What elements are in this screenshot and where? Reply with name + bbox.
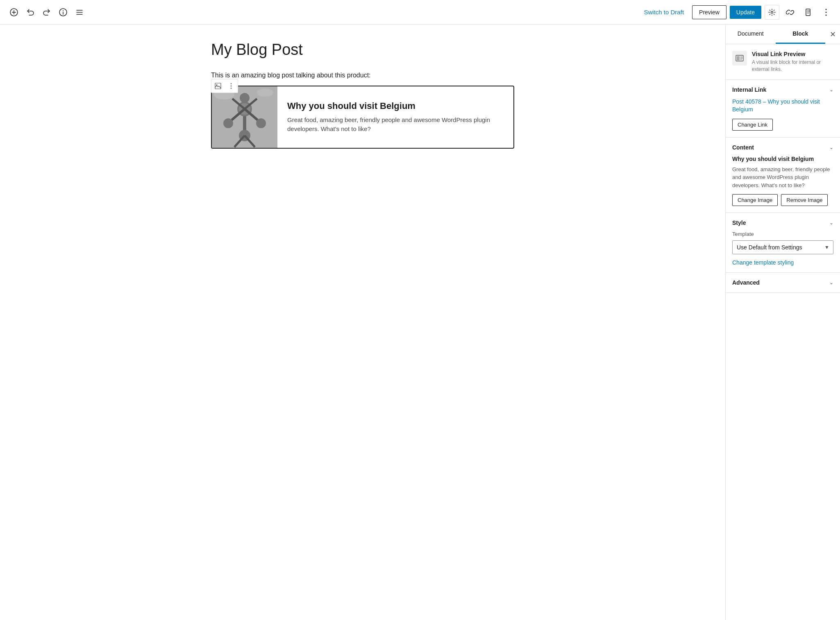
preview-button[interactable]: Preview xyxy=(692,5,726,19)
document-button[interactable] xyxy=(801,5,815,20)
content-buttons: Change Image Remove Image xyxy=(732,194,833,206)
list-view-button[interactable] xyxy=(72,5,87,20)
svg-point-19 xyxy=(231,83,232,84)
link-button[interactable] xyxy=(783,5,797,20)
block-name: Visual Link Preview xyxy=(752,51,833,57)
template-select[interactable]: Use Default from SettingsCardListMinimal xyxy=(732,240,833,254)
add-block-button[interactable] xyxy=(7,5,21,20)
svg-point-5 xyxy=(63,10,64,11)
block-description: A visual link block for internal or exte… xyxy=(752,59,833,73)
content-chevron: ⌄ xyxy=(829,145,833,150)
tab-document[interactable]: Document xyxy=(726,25,776,44)
svg-point-27 xyxy=(240,93,250,103)
link-preview-image xyxy=(212,86,277,148)
block-more-options[interactable] xyxy=(225,79,238,93)
change-image-button[interactable]: Change Image xyxy=(732,194,778,206)
template-label: Template xyxy=(732,231,833,237)
toolbar: Switch to Draft Preview Update xyxy=(0,0,840,25)
info-button[interactable] xyxy=(56,5,70,20)
intro-text: This is an amazing blog post talking abo… xyxy=(211,72,514,79)
svg-rect-10 xyxy=(806,9,810,16)
svg-rect-40 xyxy=(737,56,740,60)
internal-link-title: Internal Link xyxy=(732,86,766,93)
internal-link-value[interactable]: Post 40578 – Why you should visit Belgiu… xyxy=(732,98,833,114)
svg-point-20 xyxy=(231,86,232,87)
sidebar: Document Block ✕ Visual Link Preview A v… xyxy=(725,25,840,620)
editor-area: My Blog Post This is an amazing blog pos… xyxy=(0,25,725,620)
content-preview-desc: Great food, amazing beer, friendly peopl… xyxy=(732,165,833,190)
block-wrapper: Why you should visit Belgium Great food,… xyxy=(211,86,514,149)
style-header[interactable]: Style ⌄ xyxy=(732,219,833,226)
block-image-icon[interactable] xyxy=(211,79,225,93)
style-chevron: ⌄ xyxy=(829,220,833,226)
editor-inner: My Blog Post This is an amazing blog pos… xyxy=(211,41,514,155)
internal-link-header[interactable]: Internal Link ⌄ xyxy=(732,86,833,93)
advanced-header[interactable]: Advanced ⌄ xyxy=(732,279,833,286)
update-button[interactable]: Update xyxy=(730,6,761,19)
svg-point-38 xyxy=(257,88,273,97)
content-preview-title: Why you should visit Belgium xyxy=(732,156,833,162)
link-preview-card[interactable]: Why you should visit Belgium Great food,… xyxy=(211,86,514,149)
main-layout: My Blog Post This is an amazing blog pos… xyxy=(0,25,840,620)
internal-link-chevron: ⌄ xyxy=(829,87,833,93)
link-preview-content: Why you should visit Belgium Great food,… xyxy=(277,86,513,148)
svg-point-15 xyxy=(826,11,827,13)
style-section: Style ⌄ Template Use Default from Settin… xyxy=(726,213,840,273)
undo-button[interactable] xyxy=(23,5,38,20)
sidebar-block-header: Visual Link Preview A visual link block … xyxy=(726,44,840,80)
style-title: Style xyxy=(732,219,746,226)
more-options-button[interactable] xyxy=(819,5,833,20)
sidebar-tabs: Document Block ✕ xyxy=(726,25,840,44)
content-title-label: Content xyxy=(732,144,754,151)
tab-block[interactable]: Block xyxy=(776,25,826,44)
svg-rect-17 xyxy=(215,83,221,89)
svg-point-31 xyxy=(223,118,233,128)
change-template-link[interactable]: Change template styling xyxy=(732,259,833,266)
block-toolbar xyxy=(211,79,238,93)
settings-button[interactable] xyxy=(765,5,779,20)
post-title[interactable]: My Blog Post xyxy=(211,41,514,59)
switch-to-draft-button[interactable]: Switch to Draft xyxy=(639,5,689,19)
block-info: Visual Link Preview A visual link block … xyxy=(752,51,833,73)
svg-point-32 xyxy=(256,118,266,128)
content-header[interactable]: Content ⌄ xyxy=(732,144,833,151)
close-sidebar-button[interactable]: ✕ xyxy=(825,27,840,42)
redo-button[interactable] xyxy=(39,5,54,20)
svg-point-9 xyxy=(771,11,773,13)
advanced-title: Advanced xyxy=(732,279,760,286)
block-type-icon xyxy=(732,51,747,66)
template-select-wrapper: Use Default from SettingsCardListMinimal… xyxy=(732,240,833,254)
internal-link-section: Internal Link ⌄ Post 40578 – Why you sho… xyxy=(726,80,840,138)
link-preview-description: Great food, amazing beer, friendly peopl… xyxy=(287,115,504,134)
content-section: Content ⌄ Why you should visit Belgium G… xyxy=(726,138,840,213)
toolbar-right: Switch to Draft Preview Update xyxy=(639,5,833,20)
toolbar-left xyxy=(7,5,639,20)
advanced-chevron: ⌄ xyxy=(829,280,833,285)
svg-point-14 xyxy=(826,9,827,10)
svg-point-21 xyxy=(231,88,232,89)
remove-image-button[interactable]: Remove Image xyxy=(781,194,828,206)
svg-point-16 xyxy=(826,14,827,16)
change-link-button[interactable]: Change Link xyxy=(732,119,773,131)
link-preview-title: Why you should visit Belgium xyxy=(287,101,504,111)
advanced-section: Advanced ⌄ xyxy=(726,273,840,293)
